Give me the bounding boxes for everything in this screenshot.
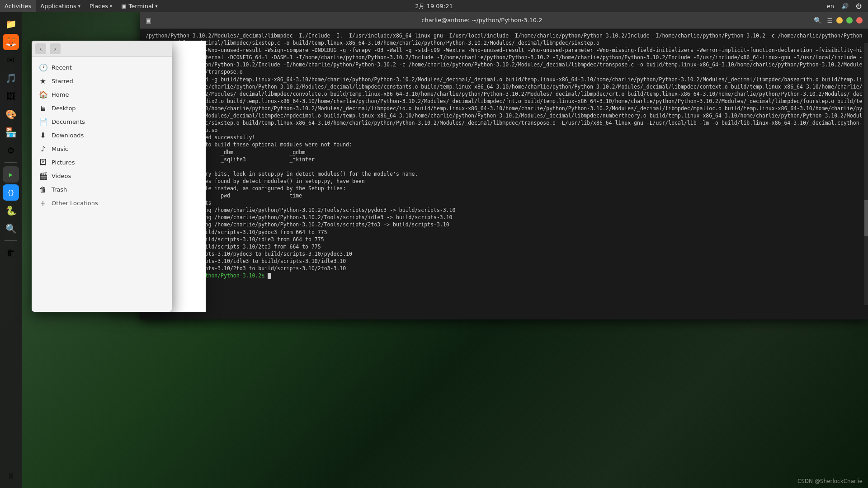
terminal-close-button[interactable] — [856, 17, 863, 23]
videos-icon: 🎬 — [39, 172, 47, 180]
file-manager-titlebar: ‹ › — [32, 41, 172, 57]
application-dock: 📁 🦊 ✉️ 🎵 🖼 🎨 🏪 ⚙ ▶ {} 🐍 🔍 🗑 ⠿ — [0, 12, 22, 488]
topbar-right: en 🔊 ⏻ — [824, 0, 868, 12]
recent-icon: 🕐 — [39, 63, 47, 72]
power-button[interactable]: ⏻ — [853, 0, 864, 12]
trash-sidebar-icon: 🗑 — [39, 185, 47, 194]
sidebar-item-videos[interactable]: 🎬 Videos — [33, 169, 170, 183]
terminal-line: Python build finished successfully! — [146, 134, 863, 141]
search-dock-icon[interactable]: 🔍 — [3, 221, 19, 237]
terminal-line: _bz2 _dbm _gdbm — [146, 149, 863, 156]
topbar-left: Activities Applications ▾ Places ▾ ▣ Ter… — [0, 0, 162, 12]
starred-icon: ★ — [39, 77, 47, 85]
apps-grid-icon[interactable]: ⠿ — [3, 468, 19, 484]
terminal-line: The following modules found by detect_mo… — [146, 178, 863, 185]
terminal-prompt-line: charlie@antone:~/python/Python-3.10.2$ — [146, 272, 863, 279]
terminal-line: changing mode of build/scripts-3.10/idle… — [146, 236, 863, 243]
terminal-menu-icon[interactable]: ☰ — [827, 17, 833, 24]
sidebar-item-documents[interactable]: 📄 Documents — [33, 115, 170, 128]
terminal-scrollbar[interactable] — [864, 43, 868, 305]
forward-button[interactable]: › — [50, 43, 61, 54]
terminal-window: ▣ charlie@antone: ~/python/Python-3.10.2… — [140, 12, 868, 319]
file-manager-sidebar: 🕐 Recent ★ Starred 🏠 Home 🖥 Desktop 📄 Do… — [32, 57, 172, 312]
terminal-title-text: charlie@antone: ~/python/Python-3.10.2 — [155, 17, 808, 23]
lang-indicator[interactable]: en — [824, 0, 837, 12]
terminal-line: running build_scripts — [146, 199, 863, 206]
sidebar-item-desktop[interactable]: 🖥 Desktop — [33, 102, 170, 115]
firefox-dock-icon[interactable]: 🦊 — [3, 34, 19, 50]
terminal-line: renaming build/scripts-3.10/idle3 to bui… — [146, 258, 863, 265]
terminal-titlebar: ▣ charlie@antone: ~/python/Python-3.10.2… — [140, 12, 868, 28]
back-button[interactable]: ‹ — [35, 43, 46, 54]
terminal-line: copying and adjusting /home/charlie/pyth… — [146, 206, 863, 214]
activities-button[interactable]: Activities — [0, 0, 36, 12]
terminal-line: renaming build/scripts-3.10/2to3 to buil… — [146, 265, 863, 272]
places-menu[interactable]: Places ▾ — [85, 0, 117, 12]
documents-icon: 📄 — [39, 117, 47, 126]
dock-separator-2 — [5, 240, 17, 241]
sidebar-add-other-locations[interactable]: + Other Locations — [33, 197, 170, 210]
applications-menu[interactable]: Applications ▾ — [36, 0, 85, 12]
terminal-output[interactable]: /python/Python-3.10.2/Modules/_decimal/l… — [140, 28, 868, 319]
music-dock-icon[interactable]: 🎵 — [3, 70, 19, 86]
topbar-datetime: 2月 19 09:21 — [415, 2, 453, 10]
music-icon: ♪ — [39, 145, 47, 153]
sidebar-item-downloads[interactable]: ⬇ Downloads — [33, 129, 170, 142]
terminal-maximize-button[interactable] — [846, 17, 853, 23]
terminal-cursor — [268, 273, 271, 279]
terminal-line: gcc -pthread -shared -g build/temp.linux… — [146, 76, 863, 134]
terminal-line: /python/Python-3.10.2/Modules/_decimal/l… — [146, 32, 863, 47]
add-icon: + — [39, 199, 47, 207]
sidebar-item-pictures[interactable]: 🖼 Pictures — [33, 156, 170, 169]
terminal-line: _lzma _sqlite3 _tkinter — [146, 156, 863, 163]
downloads-icon: ⬇ — [39, 131, 47, 140]
dock-separator — [5, 162, 17, 163]
terminal-menu[interactable]: ▣ Terminal ▾ — [117, 0, 162, 12]
python-dock-icon[interactable]: 🐍 — [3, 202, 19, 219]
sidebar-item-trash[interactable]: 🗑 Trash — [33, 183, 170, 196]
trash-dock-icon[interactable]: 🗑 — [3, 244, 19, 261]
store-dock-icon[interactable]: 🏪 — [3, 124, 19, 141]
terminal-line: The necessary bits to build these option… — [146, 141, 863, 148]
terminal-title-left: ▣ — [146, 17, 151, 24]
watermark: CSDN @SherlockCharlie — [797, 478, 863, 484]
home-icon: 🏠 — [39, 90, 47, 99]
terminal-line: copying and adjusting /home/charlie/pyth… — [146, 221, 863, 228]
terminal-line: readline — [146, 163, 863, 170]
desktop-icon: 🖥 — [39, 104, 47, 113]
sidebar-item-home[interactable]: 🏠 Home — [33, 88, 170, 101]
terminal-minimize-button[interactable] — [836, 17, 843, 23]
file-manager-window: ‹ › 🕐 Recent ★ Starred 🏠 Home 🖥 Desktop … — [32, 41, 172, 312]
terminal-scrollbar-thumb[interactable] — [864, 200, 868, 236]
terminal-line: renaming build/scripts-3.10/pydoc3 to bu… — [146, 250, 863, 258]
terminal-line: To find the necessary bits, look in setu… — [146, 170, 863, 178]
files-dock-icon[interactable]: 📁 — [3, 16, 19, 32]
terminal-line: changing mode of build/scripts-3.10/pydo… — [146, 229, 863, 236]
terminal-line: built by the Makefile instead, as config… — [146, 185, 863, 192]
terminal-line: _abc pwd time — [146, 192, 863, 199]
sidebar-item-starred[interactable]: ★ Starred — [33, 75, 170, 88]
terminal-dock-icon[interactable]: ▶ — [3, 166, 19, 183]
sidebar-item-recent[interactable]: 🕐 Recent — [33, 61, 170, 74]
terminal-line: copying and adjusting /home/charlie/pyth… — [146, 214, 863, 221]
vscode-dock-icon[interactable]: {} — [3, 184, 19, 201]
settings-dock-icon[interactable]: ⚙ — [3, 142, 19, 159]
volume-control[interactable]: 🔊 — [839, 0, 851, 12]
terminal-search-icon[interactable]: 🔍 — [812, 15, 823, 26]
pictures-icon: 🖼 — [39, 158, 47, 167]
paint-dock-icon[interactable]: 🎨 — [3, 106, 19, 122]
mail-dock-icon[interactable]: ✉️ — [3, 52, 19, 68]
topbar: Activities Applications ▾ Places ▾ ▣ Ter… — [0, 0, 868, 12]
sidebar-item-music[interactable]: ♪ Music — [33, 142, 170, 155]
terminal-controls: 🔍 ☰ — [812, 15, 863, 26]
photos-dock-icon[interactable]: 🖼 — [3, 88, 19, 104]
terminal-line: gcc -pthread -fPIC -Wno-unused-result -W… — [146, 47, 863, 75]
terminal-line: changing mode of build/scripts-3.10/2to3… — [146, 243, 863, 250]
